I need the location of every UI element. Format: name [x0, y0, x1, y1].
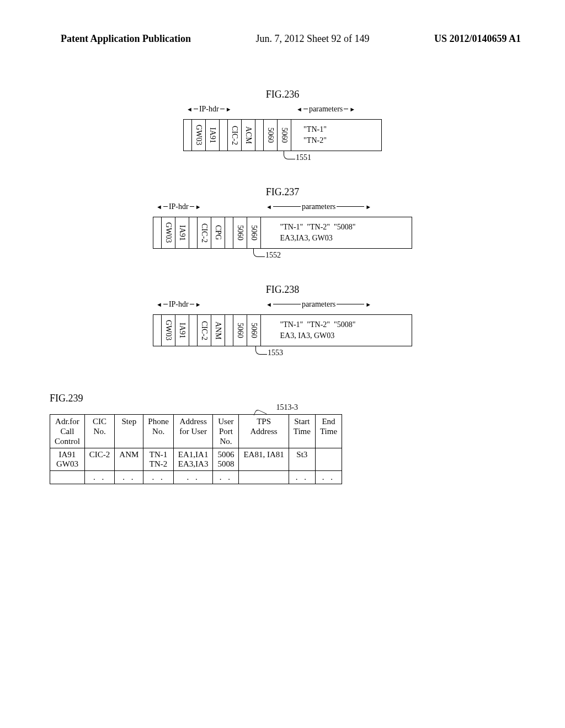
td: . .: [289, 471, 315, 484]
figure-237: FIG.237 IP-hdr parameters: [0, 186, 565, 262]
parameters-label: parameters: [309, 105, 343, 114]
arrow-left-icon: [156, 300, 162, 309]
td: . .: [115, 471, 143, 484]
figure-236-title: FIG.236: [0, 89, 565, 100]
td: St3: [289, 448, 315, 471]
td: . .: [143, 471, 174, 484]
figure-238-title: FIG.238: [0, 284, 565, 296]
param-text: "TN-1" "TN-2" "5008" EA3, IA3, GW03: [261, 315, 375, 346]
th: End Time: [315, 415, 342, 448]
th: User Port No.: [213, 415, 239, 448]
callout-236: 1551: [296, 153, 311, 162]
cell: 5060: [278, 120, 291, 151]
cell: GW03: [162, 217, 175, 248]
table-row: . . . . . . . . . . . . . .: [50, 471, 342, 484]
cell: ANM: [211, 315, 225, 346]
param-text: "TN-1" "TN-2" "5008" EA3,IA3, GW03: [261, 217, 375, 248]
packet-cells-237: GW03 IA91 CIC-2 CPG 5060 5060 "TN-1" "TN…: [153, 217, 412, 249]
cell: CIC-2: [198, 217, 211, 248]
param-text: "TN-1" "TN-2": [291, 120, 339, 151]
arrow-left-icon: [156, 202, 162, 211]
arrow-left-icon: [296, 105, 302, 114]
td: [50, 471, 85, 484]
td: . .: [315, 471, 342, 484]
parameters-label: parameters: [302, 300, 335, 309]
callout-237: 1552: [265, 251, 281, 260]
header-left: Patent Application Publication: [61, 33, 191, 45]
cell: 5060: [247, 315, 261, 346]
td: ANM: [115, 448, 143, 471]
ip-hdr-label: IP-hdr: [199, 105, 219, 114]
page-header: Patent Application Publication Jun. 7, 2…: [0, 0, 565, 50]
cell: GW03: [162, 315, 175, 346]
cell: CIC-2: [228, 120, 242, 151]
arrow-left-icon: [266, 300, 272, 309]
header-center: Jun. 7, 2012 Sheet 92 of 149: [256, 33, 370, 45]
callout-238: 1553: [268, 349, 283, 357]
td: TN-1 TN-2: [143, 448, 174, 471]
content: FIG.236 IP-hdr parameters: [0, 50, 565, 486]
td: . .: [213, 471, 239, 484]
cell: IA91: [175, 315, 189, 346]
th: Start Time: [289, 415, 315, 448]
packet-cells-238: GW03 IA91 CIC-2 ANM 5060 5060 "TN-1" "TN…: [153, 314, 412, 346]
arrow-right-icon: [365, 202, 371, 211]
cell: 5060: [233, 315, 247, 346]
td: [239, 471, 289, 484]
arrow-right-icon: [349, 105, 355, 114]
figure-239: FIG.239 1513-3 Adr.for Call Control CIC …: [50, 393, 565, 486]
header-right: US 2012/0140659 A1: [434, 33, 521, 45]
td: [315, 448, 342, 471]
figure-236: FIG.236 IP-hdr parameters: [0, 89, 565, 164]
td: 5006 5008: [213, 448, 239, 471]
td: IA91 GW03: [50, 448, 85, 471]
cell: 5060: [247, 217, 261, 248]
cell: 5060: [264, 120, 278, 151]
th: Adr.for Call Control: [50, 415, 85, 448]
parameters-label: parameters: [302, 202, 335, 211]
arrow-left-icon: [186, 105, 193, 114]
arrow-right-icon: [226, 105, 232, 114]
td: EA1,IA1 EA3,IA3: [173, 448, 213, 471]
cell: IA91: [206, 120, 220, 151]
figure-239-title: FIG.239: [50, 393, 565, 404]
td: . .: [84, 471, 115, 484]
arrow-right-icon: [365, 300, 371, 309]
table-row: IA91 GW03 CIC-2 ANM TN-1 TN-2 EA1,IA1 EA…: [50, 448, 342, 471]
ip-hdr-label: IP-hdr: [169, 300, 189, 309]
td: . .: [173, 471, 213, 484]
table-ref: 1513-3: [276, 403, 298, 412]
cell: IA91: [175, 217, 189, 248]
data-table-239: Adr.for Call Control CIC No. Step Phone …: [50, 414, 342, 484]
th: Phone No.: [143, 415, 174, 448]
cell: GW03: [192, 120, 206, 151]
arrow-right-icon: [195, 300, 201, 309]
table-header-row: Adr.for Call Control CIC No. Step Phone …: [50, 415, 342, 448]
packet-cells-236: GW03 IA91 CIC-2 ACM 5060 5060 "TN-1" "TN…: [183, 119, 382, 151]
arrow-right-icon: [195, 202, 201, 211]
th: Address for User: [173, 415, 213, 448]
th: Step: [115, 415, 143, 448]
cell: CIC-2: [198, 315, 211, 346]
arrow-left-icon: [266, 202, 272, 211]
figure-238: FIG.238 IP-hdr parameters: [0, 284, 565, 360]
td: CIC-2: [84, 448, 115, 471]
td: EA81, IA81: [239, 448, 289, 471]
cell: CPG: [211, 217, 225, 248]
cell: ACM: [242, 120, 255, 151]
ip-hdr-label: IP-hdr: [169, 202, 189, 211]
cell: 5060: [233, 217, 247, 248]
th: CIC No.: [84, 415, 115, 448]
figure-237-title: FIG.237: [0, 186, 565, 198]
